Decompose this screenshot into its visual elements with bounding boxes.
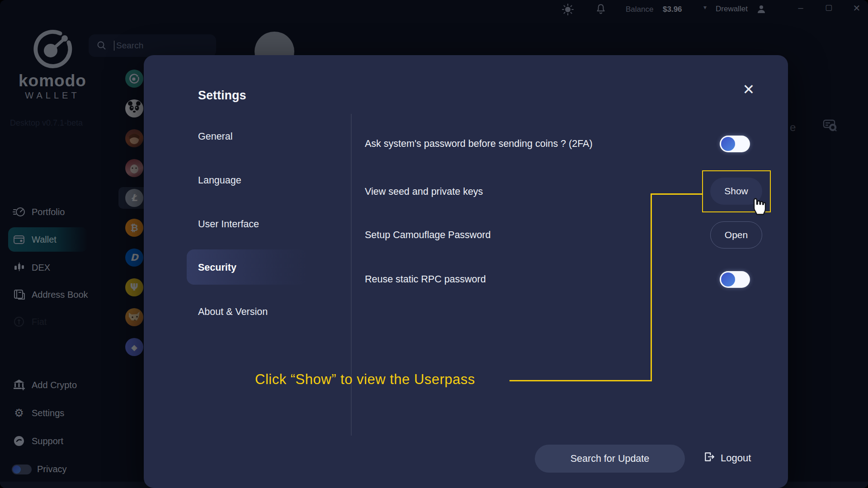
row-label-rpc: Reuse static RPC password <box>365 274 486 285</box>
tab-language[interactable]: Language <box>198 175 241 186</box>
komodo-wallet-window: Balance $3.96 ▾ Drewallet – ▢ ✕ komodo W… <box>0 0 868 488</box>
row-label-2fa: Ask system's password before sending coi… <box>365 138 593 150</box>
toggle-2fa[interactable] <box>720 136 750 152</box>
open-button-label: Open <box>725 230 748 240</box>
toggle-rpc[interactable] <box>720 271 750 288</box>
annotation-line-vertical <box>651 193 652 381</box>
annotation-text: Click “Show” to view the Userpass <box>255 371 475 388</box>
annotation-line-bottom <box>509 380 651 381</box>
open-button[interactable]: Open <box>710 221 762 249</box>
modal-title: Settings <box>198 89 246 103</box>
logout-label: Logout <box>721 452 751 464</box>
mouse-hand-cursor <box>750 193 770 219</box>
tab-about-version[interactable]: About & Version <box>198 306 268 318</box>
search-for-update-button[interactable]: Search for Update <box>535 445 685 473</box>
annotation-line-top <box>651 193 702 195</box>
modal-close-icon[interactable]: ✕ <box>740 80 758 99</box>
search-for-update-label: Search for Update <box>571 453 650 465</box>
row-label-camouflage: Setup Camouflage Password <box>365 230 491 241</box>
row-label-view-seed: View seed and private keys <box>365 186 483 197</box>
logout-icon <box>703 451 715 465</box>
tab-general[interactable]: General <box>198 131 233 142</box>
tab-user-interface[interactable]: User Interface <box>198 219 259 230</box>
logout-button[interactable]: Logout <box>703 451 751 465</box>
settings-modal: Settings ✕ General Language User Interfa… <box>144 55 788 488</box>
tab-security[interactable]: Security <box>198 262 236 273</box>
